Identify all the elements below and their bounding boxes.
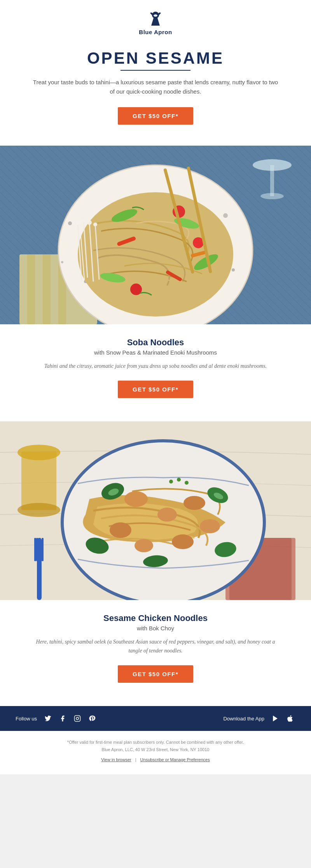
svg-rect-40 xyxy=(270,165,274,196)
svg-point-61 xyxy=(135,539,153,552)
chicken-food-image xyxy=(0,421,311,600)
svg-point-16 xyxy=(78,192,233,317)
address-text: Blue Apron, LLC, 40 W 23rd Street, New Y… xyxy=(23,746,288,753)
svg-point-14 xyxy=(232,268,235,271)
svg-point-69 xyxy=(169,480,173,484)
svg-rect-52 xyxy=(42,538,44,561)
svg-point-13 xyxy=(223,213,228,218)
svg-point-70 xyxy=(177,478,181,482)
chicken-description: Here, tahini, spicy sambal oelek (a Sout… xyxy=(31,638,280,655)
soba-description: Tahini and the citrusy, aromatic juice f… xyxy=(31,362,280,371)
svg-point-11 xyxy=(68,221,72,225)
email-container: Blue Apron OPEN SESAME Treat your taste … xyxy=(0,0,311,774)
hero-cta-button[interactable]: GET $50 OFF* xyxy=(118,107,193,125)
instagram-icon[interactable] xyxy=(72,713,83,724)
social-bar: Follow us xyxy=(0,706,311,731)
svg-point-36 xyxy=(78,220,81,223)
pinterest-icon[interactable] xyxy=(87,713,98,724)
svg-rect-46 xyxy=(21,452,56,510)
spacer-1 xyxy=(0,134,311,146)
logo: Blue Apron xyxy=(139,11,172,36)
unsubscribe-link[interactable]: Unsubscribe or Manage Preferences xyxy=(140,757,210,762)
svg-point-33 xyxy=(82,219,86,223)
svg-rect-50 xyxy=(36,538,38,561)
legal-separator: | xyxy=(135,757,136,762)
svg-rect-6 xyxy=(27,254,35,324)
android-icon[interactable] xyxy=(270,713,281,724)
twitter-icon[interactable] xyxy=(42,713,53,724)
spacer-2 xyxy=(0,410,311,421)
app-section: Download the App xyxy=(223,713,295,724)
hero-title: OPEN SESAME xyxy=(31,49,280,68)
svg-point-60 xyxy=(172,534,194,549)
chicken-section: Sesame Chicken Noodles with Bok Choy Her… xyxy=(0,602,311,694)
svg-rect-7 xyxy=(43,254,51,324)
chicken-cta-wrap: GET $50 OFF* xyxy=(31,665,280,683)
spacer-3 xyxy=(0,694,311,706)
soba-title: Soba Noodles xyxy=(31,337,280,348)
svg-point-41 xyxy=(260,193,284,199)
chicken-cta-button[interactable]: GET $50 OFF* xyxy=(118,665,193,683)
svg-point-71 xyxy=(185,481,189,485)
svg-point-0 xyxy=(154,14,157,17)
chicken-image-container xyxy=(0,421,311,602)
download-label: Download the App xyxy=(223,716,264,722)
social-follow-group: Follow us xyxy=(16,713,98,724)
soba-subtitle: with Snow Peas & Marinated Enoki Mushroo… xyxy=(31,349,280,356)
svg-point-34 xyxy=(87,220,92,225)
legal-footer: *Offer valid for first-time meal plan su… xyxy=(0,731,311,774)
header: Blue Apron xyxy=(0,0,311,45)
view-in-browser-link[interactable]: View in browser xyxy=(101,757,131,762)
svg-rect-51 xyxy=(39,538,41,561)
app-icons-group xyxy=(270,713,295,724)
legal-links: View in browser | Unsubscribe or Manage … xyxy=(23,756,288,763)
soba-food-image xyxy=(0,146,311,324)
apple-icon[interactable] xyxy=(285,713,295,724)
hero-divider xyxy=(121,70,190,71)
facebook-icon[interactable] xyxy=(57,713,68,724)
soba-image-container xyxy=(0,146,311,326)
hero-body: Treat your taste buds to tahini—a luxuri… xyxy=(31,78,280,96)
soba-section: Soba Noodles with Snow Peas & Marinated … xyxy=(0,326,311,410)
logo-text: Blue Apron xyxy=(139,29,172,36)
svg-point-57 xyxy=(157,508,177,522)
svg-point-58 xyxy=(110,522,131,538)
svg-point-47 xyxy=(17,503,60,517)
svg-point-35 xyxy=(93,223,97,226)
svg-rect-72 xyxy=(74,716,80,722)
svg-marker-75 xyxy=(273,716,278,722)
svg-point-59 xyxy=(200,519,220,533)
svg-rect-49 xyxy=(34,538,36,561)
social-icons-group xyxy=(42,713,98,724)
svg-point-73 xyxy=(76,717,79,720)
disclaimer-text: *Offer valid for first-time meal plan su… xyxy=(23,739,288,746)
follow-label: Follow us xyxy=(16,716,37,722)
chicken-title: Sesame Chicken Noodles xyxy=(31,613,280,623)
soba-cta-wrap: GET $50 OFF* xyxy=(31,381,280,398)
svg-point-55 xyxy=(124,491,148,507)
svg-point-15 xyxy=(61,261,63,263)
soba-cta-button[interactable]: GET $50 OFF* xyxy=(118,381,193,398)
svg-point-56 xyxy=(183,496,205,510)
hero-section: OPEN SESAME Treat your taste buds to tah… xyxy=(0,45,311,134)
svg-point-74 xyxy=(79,717,79,717)
chicken-subtitle: with Bok Choy xyxy=(31,625,280,631)
